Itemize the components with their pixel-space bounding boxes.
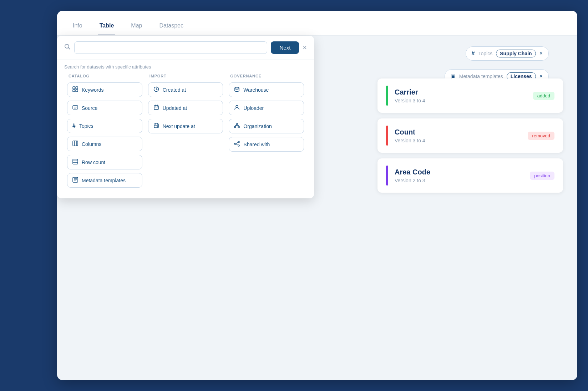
shared-with-label: Shared with — [243, 142, 270, 147]
search-hint: Search for datasets with specific attrib… — [57, 60, 314, 74]
svg-rect-35 — [234, 126, 236, 128]
warehouse-icon — [234, 86, 240, 93]
carrier-color-bar — [386, 86, 388, 106]
governance-column: GOVERNANCE Warehouse — [226, 74, 307, 191]
svg-point-41 — [238, 141, 239, 143]
attr-organization[interactable]: Organization — [229, 119, 304, 133]
area-code-content: Area Code Version 2 to 3 — [395, 168, 530, 183]
topics-hash-icon: # — [472, 50, 475, 57]
count-content: Count Version 3 to 4 — [395, 128, 528, 143]
import-title: IMPORT — [148, 74, 223, 78]
attr-keywords[interactable]: Keywords — [67, 82, 142, 97]
search-icon — [64, 44, 71, 52]
attr-warehouse[interactable]: Warehouse — [229, 82, 304, 97]
keywords-icon — [72, 86, 78, 93]
topics-close-icon[interactable]: × — [539, 50, 543, 57]
svg-rect-20 — [154, 106, 158, 110]
svg-rect-6 — [73, 106, 78, 109]
area-code-subtitle: Version 2 to 3 — [395, 178, 530, 183]
topics-attr-label: Topics — [79, 123, 93, 129]
svg-line-45 — [236, 144, 238, 145]
organization-icon — [234, 123, 240, 130]
count-title: Count — [395, 128, 528, 136]
topics-value: Supply Chain — [496, 50, 536, 57]
source-label: Source — [82, 105, 97, 111]
search-input[interactable] — [74, 41, 267, 54]
attr-next-update-at[interactable]: Next update at — [148, 119, 223, 133]
row-count-label: Row count — [82, 159, 105, 165]
tab-info[interactable]: Info — [71, 22, 84, 35]
area-code-color-bar — [386, 166, 388, 186]
svg-point-33 — [236, 106, 238, 108]
row-count-icon — [72, 159, 78, 166]
svg-rect-3 — [76, 87, 78, 89]
catalog-title: CATALOG — [67, 74, 142, 78]
uploader-label: Uploader — [243, 105, 264, 111]
area-code-title: Area Code — [395, 168, 530, 176]
updated-at-icon — [153, 105, 159, 111]
updated-at-label: Updated at — [163, 105, 187, 111]
attr-source[interactable]: Source — [67, 101, 142, 115]
count-color-bar — [386, 126, 388, 146]
catalog-column: CATALOG Keywords — [64, 74, 145, 191]
svg-rect-2 — [73, 87, 75, 89]
carrier-card: Carrier Version 3 to 4 added — [377, 78, 563, 113]
right-panel: Carrier Version 3 to 4 added Count Versi… — [377, 78, 563, 193]
metadata-template-icon — [72, 177, 78, 184]
tab-dataspec[interactable]: Dataspec — [158, 22, 185, 35]
attr-uploader[interactable]: Uploader — [229, 101, 304, 115]
area-code-card: Area Code Version 2 to 3 position — [377, 158, 563, 193]
next-update-at-label: Next update at — [163, 123, 195, 129]
svg-rect-34 — [236, 123, 238, 125]
attr-topics[interactable]: # Topics — [67, 119, 142, 133]
svg-line-1 — [69, 48, 70, 50]
count-badge: removed — [528, 132, 554, 140]
attr-shared-with[interactable]: Shared with — [229, 137, 304, 152]
svg-point-42 — [238, 145, 239, 146]
svg-rect-9 — [73, 141, 78, 146]
tab-table[interactable]: Table — [98, 22, 116, 35]
topics-icon: # — [72, 123, 76, 129]
next-button[interactable]: Next — [271, 41, 299, 54]
attr-metadata-templates[interactable]: Metadata templates — [67, 173, 142, 188]
attr-created-at[interactable]: Created at — [148, 82, 223, 97]
next-update-at-icon — [153, 123, 159, 130]
shared-with-icon — [234, 141, 240, 148]
metadata-templates-label: Metadata templates — [82, 178, 126, 183]
svg-point-43 — [234, 143, 236, 144]
carrier-subtitle: Version 3 to 4 — [395, 98, 533, 103]
created-at-icon — [153, 86, 159, 93]
uploader-icon — [234, 105, 240, 111]
governance-title: GOVERNANCE — [229, 74, 304, 78]
svg-rect-12 — [73, 159, 78, 164]
attribute-grid: CATALOG Keywords — [57, 74, 314, 198]
tab-map[interactable]: Map — [130, 22, 143, 35]
search-bar: Next × — [57, 36, 314, 60]
topics-label: Topics — [478, 51, 493, 56]
columns-label: Columns — [82, 141, 101, 147]
topics-filter-chip[interactable]: # Topics Supply Chain × — [466, 46, 549, 61]
attr-columns[interactable]: Columns — [67, 137, 142, 151]
keywords-label: Keywords — [82, 87, 103, 93]
import-column: IMPORT Created at — [145, 74, 226, 191]
count-subtitle: Version 3 to 4 — [395, 138, 528, 143]
warehouse-label: Warehouse — [243, 87, 269, 93]
svg-point-32 — [235, 90, 239, 92]
svg-rect-36 — [238, 126, 239, 128]
svg-point-29 — [235, 87, 239, 89]
area-code-badge: position — [530, 172, 554, 180]
carrier-badge: added — [533, 92, 554, 100]
content-area: # Topics Supply Chain × ▣ Metadata templ… — [57, 36, 577, 380]
columns-icon — [72, 141, 78, 147]
carrier-title: Carrier — [395, 88, 533, 96]
organization-label: Organization — [243, 123, 272, 129]
carrier-content: Carrier Version 3 to 4 — [395, 88, 533, 103]
search-close-button[interactable]: × — [303, 44, 307, 52]
attr-row-count[interactable]: Row count — [67, 155, 142, 169]
source-icon — [72, 105, 78, 111]
count-card: Count Version 3 to 4 removed — [377, 118, 563, 153]
main-card: Info Table Map Dataspec # Topics Supply … — [57, 11, 577, 380]
svg-rect-4 — [73, 90, 75, 92]
attr-updated-at[interactable]: Updated at — [148, 101, 223, 115]
top-nav: Info Table Map Dataspec — [57, 11, 577, 36]
